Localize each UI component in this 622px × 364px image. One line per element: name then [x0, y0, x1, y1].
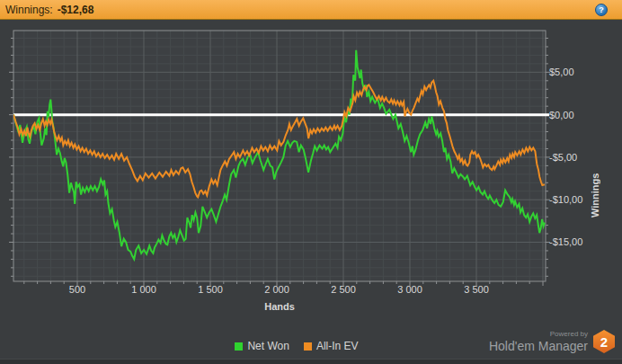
winnings-title-bar: Winnings: -$12,68	[0, 0, 622, 20]
winnings-label: Winnings:	[5, 4, 53, 16]
help-icon[interactable]: ?	[595, 4, 608, 16]
plot-background	[13, 31, 546, 281]
footer-strip	[0, 359, 622, 364]
winnings-value: -$12,68	[58, 4, 94, 16]
winnings-chart	[0, 20, 622, 364]
